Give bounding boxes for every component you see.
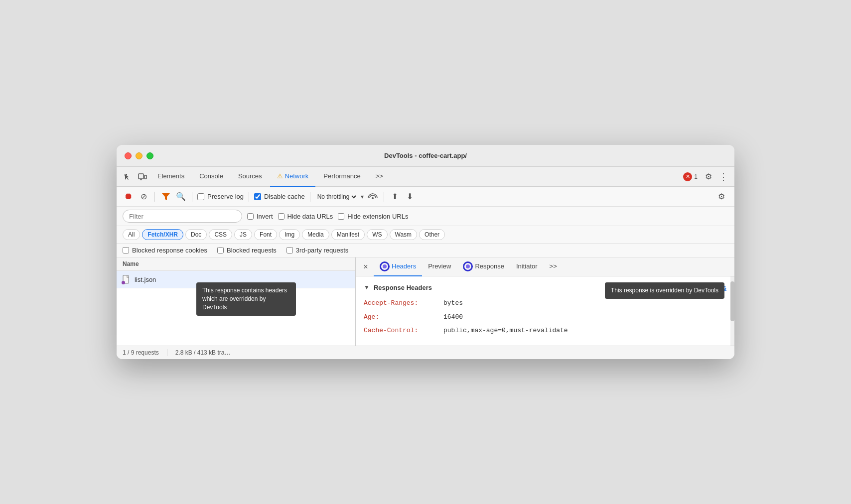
header-key: Cache-Control: [364,326,443,336]
header-age: Age: 16400 [364,312,726,322]
import-button[interactable]: ⬆ [389,191,401,203]
network-conditions-icon[interactable] [367,191,379,203]
tab-console[interactable]: Console [192,167,230,187]
invert-checkbox[interactable] [247,213,254,220]
hide-data-urls-checkbox[interactable] [278,213,284,220]
blocked-cookies-checkbox[interactable] [123,247,129,253]
network-settings-icon[interactable]: ⚙ [714,190,728,204]
tab-network[interactable]: ⚠ Network [270,167,316,187]
invert-label: Invert [257,213,273,220]
toolbar-divider-4 [310,192,310,202]
network-toolbar: ⏺ ⊘ 🔍 Preserve log Disable cache No thr [117,187,734,207]
error-icon: ✕ [686,173,690,180]
toolbar-divider-5 [384,192,384,202]
filter-bar: Invert Hide data URLs Hide extension URL… [117,207,734,226]
response-dot-inner [466,264,470,268]
close-button[interactable] [125,152,132,159]
close-panel-button[interactable]: × [360,261,372,273]
filter-css-button[interactable]: CSS [209,229,232,240]
filter-other-button[interactable]: Other [419,229,445,240]
response-override-tooltip: This response is overridden by DevTools [605,282,724,299]
device-icon[interactable] [136,170,149,184]
header-value: public,max-age=0,must-revalidate [443,326,726,336]
filter-js-button[interactable]: JS [234,229,252,240]
blocked-requests-label: Blocked requests [227,247,277,254]
hide-extension-urls-group[interactable]: Hide extension URLs [338,213,408,220]
minimize-button[interactable] [136,152,142,159]
throttle-dropdown-icon[interactable]: ▾ [361,193,364,200]
third-party-group[interactable]: 3rd-party requests [286,247,349,254]
headers-dot-inner [383,264,387,268]
export-button[interactable]: ⬇ [404,191,416,203]
section-toggle-icon[interactable]: ▼ [364,284,370,291]
blocked-requests-group[interactable]: Blocked requests [217,247,277,254]
tab-performance[interactable]: Performance [316,167,367,187]
tab-response[interactable]: Response [457,257,510,276]
svg-rect-2 [126,174,127,175]
detail-panel: × Headers Preview [356,257,734,346]
preserve-log-checkbox[interactable] [197,193,204,200]
tab-more[interactable]: >> [369,167,390,187]
stop-recording-button[interactable]: ⏺ [123,191,135,203]
main-content: Name list.json This res [117,257,734,346]
tab-elements[interactable]: Elements [150,167,191,187]
throttle-select[interactable]: No throttling [315,193,358,201]
invert-group[interactable]: Invert [247,213,273,220]
detail-tabs: × Headers Preview [356,257,734,276]
window-title: DevTools - coffee-cart.app/ [384,152,467,159]
devtools-window: DevTools - coffee-cart.app/ [117,145,734,359]
header-key: Age: [364,312,443,322]
filter-wasm-button[interactable]: Wasm [390,229,418,240]
hide-data-urls-label: Hide data URLs [287,213,333,220]
maximize-button[interactable] [146,152,153,159]
tab-headers[interactable]: Headers [374,257,422,276]
headers-override-tooltip: This response contains headers which are… [196,282,296,315]
more-menu-icon[interactable]: ⋮ [716,170,730,184]
svg-rect-3 [139,174,143,179]
transfer-status: 2.8 kB / 413 kB tra… [175,349,239,356]
section-title-text: Response Headers [374,284,432,291]
filter-media-button[interactable]: Media [302,229,329,240]
tab-initiator[interactable]: Initiator [510,257,544,276]
header-accept-ranges: Accept-Ranges: bytes [364,298,726,308]
third-party-checkbox[interactable] [286,247,293,253]
settings-icon[interactable]: ⚙ [702,170,715,184]
error-count: 1 [694,173,698,180]
filter-fetchxhr-button[interactable]: Fetch/XHR [142,229,183,240]
blocked-bar: Blocked response cookies Blocked request… [117,244,734,257]
header-cache-control: Cache-Control: public,max-age=0,must-rev… [364,326,726,336]
blocked-cookies-group[interactable]: Blocked response cookies [123,247,207,254]
filter-input[interactable] [123,210,242,223]
hide-extension-urls-checkbox[interactable] [338,213,344,220]
devtools-body: Elements Console Sources ⚠ Network Perfo… [117,167,734,359]
clear-button[interactable]: ⊘ [138,191,149,203]
tab-more-detail[interactable]: >> [544,257,563,276]
tab-preview[interactable]: Preview [422,257,457,276]
preserve-log-group[interactable]: Preserve log [197,193,244,200]
third-party-label: 3rd-party requests [296,247,349,254]
preview-tab-label: Preview [428,262,451,270]
hide-data-urls-group[interactable]: Hide data URLs [278,213,333,220]
search-button[interactable]: 🔍 [175,191,187,203]
filter-ws-button[interactable]: WS [367,229,387,240]
filter-font-button[interactable]: Font [254,229,277,240]
filter-all-button[interactable]: All [123,229,140,240]
tab-sources[interactable]: Sources [231,167,269,187]
svg-rect-4 [144,175,146,179]
filter-img-button[interactable]: Img [279,229,300,240]
header-value: 16400 [443,312,726,322]
filter-button[interactable] [160,191,172,203]
hide-extension-urls-label: Hide extension URLs [347,213,408,220]
header-value: bytes [443,298,726,308]
detail-scrollbar[interactable] [730,276,734,346]
pointer-icon[interactable] [121,170,135,184]
disable-cache-checkbox[interactable] [254,193,261,200]
blocked-requests-checkbox[interactable] [217,247,224,253]
filter-manifest-button[interactable]: Manifest [331,229,365,240]
filter-doc-button[interactable]: Doc [185,229,207,240]
disable-cache-label: Disable cache [264,193,305,200]
scrollbar-thumb[interactable] [730,281,734,321]
blocked-cookies-label: Blocked response cookies [132,247,207,254]
disable-cache-group[interactable]: Disable cache [254,193,305,200]
header-key: Accept-Ranges: [364,298,443,308]
